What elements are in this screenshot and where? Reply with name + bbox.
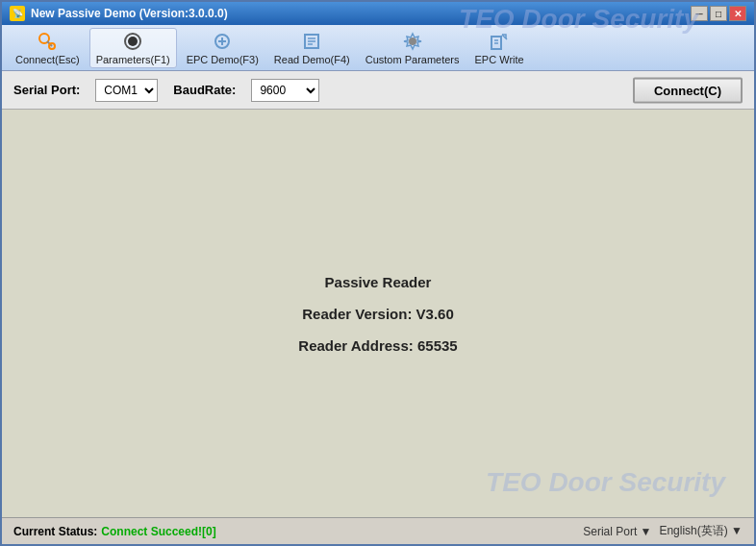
toolbar-epc-demo[interactable]: EPC Demo(F3) — [181, 29, 265, 67]
toolbar-parameters[interactable]: Parameters(F1) — [89, 28, 177, 68]
main-window: 📡 New Passive Demo (Version:3.0.0.0) ─ □… — [0, 0, 756, 546]
serial-port-menu[interactable]: Serial Port ▼ — [583, 525, 651, 538]
epc-demo-icon — [212, 31, 233, 52]
connect-button[interactable]: Connect(C) — [633, 77, 743, 103]
reader-info: Passive Reader Reader Version: V3.60 Rea… — [298, 266, 457, 361]
status-value: Connect Succeed![0] — [101, 525, 215, 538]
window-controls: ─ □ ✕ — [691, 6, 746, 21]
epc-demo-label: EPC Demo(F3) — [187, 54, 259, 65]
parameters-icon — [122, 31, 143, 52]
svg-point-3 — [128, 37, 138, 46]
passive-reader-label: Passive Reader — [298, 266, 457, 298]
status-right: Serial Port ▼ English(英语) ▼ — [583, 523, 743, 539]
close-button[interactable]: ✕ — [729, 6, 746, 21]
baud-rate-select[interactable]: 9600 19200 38400 57600 115200 — [251, 79, 319, 102]
window-title: New Passive Demo (Version:3.0.0.0) — [31, 7, 228, 20]
status-bar: Current Status: Connect Succeed![0] Seri… — [2, 517, 754, 544]
custom-params-label: Custom Parameters — [365, 54, 460, 65]
toolbar-connect[interactable]: Connect(Esc) — [10, 29, 86, 67]
status-label: Current Status: — [13, 525, 97, 538]
minimize-button[interactable]: ─ — [691, 6, 708, 21]
epc-write-icon — [489, 31, 510, 52]
maximize-button[interactable]: □ — [710, 6, 727, 21]
main-watermark: TEO Door Security — [486, 467, 725, 498]
title-bar: 📡 New Passive Demo (Version:3.0.0.0) ─ □… — [2, 2, 754, 25]
reader-address-label: Reader Address: 65535 — [298, 330, 457, 361]
language-menu[interactable]: English(英语) ▼ — [659, 523, 743, 539]
toolbar-epc-write[interactable]: EPC Write — [469, 29, 530, 67]
toolbar-read-demo[interactable]: Read Demo(F4) — [268, 29, 356, 67]
read-demo-icon — [301, 31, 322, 52]
epc-write-label: EPC Write — [475, 54, 524, 65]
parameters-label: Parameters(F1) — [96, 54, 170, 65]
svg-point-12 — [409, 37, 416, 45]
serial-port-select[interactable]: COM1 COM2 COM3 COM4 — [95, 79, 158, 102]
serial-port-label: Serial Port: — [13, 83, 80, 97]
connection-bar: Serial Port: COM1 COM2 COM3 COM4 BaudRat… — [2, 71, 754, 110]
app-icon: 📡 — [10, 6, 25, 21]
reader-version-label: Reader Version: V3.60 — [298, 298, 457, 330]
status-left: Current Status: Connect Succeed![0] — [13, 525, 216, 538]
read-demo-label: Read Demo(F4) — [274, 54, 350, 65]
baud-rate-label: BaudRate: — [173, 83, 236, 97]
connect-label: Connect(Esc) — [15, 54, 80, 65]
custom-params-icon — [402, 31, 423, 52]
connect-icon — [37, 31, 58, 52]
toolbar: Connect(Esc) Parameters(F1) EPC Demo( — [2, 25, 754, 71]
main-content-area: Passive Reader Reader Version: V3.60 Rea… — [2, 110, 754, 517]
toolbar-custom-params[interactable]: Custom Parameters — [360, 29, 466, 67]
